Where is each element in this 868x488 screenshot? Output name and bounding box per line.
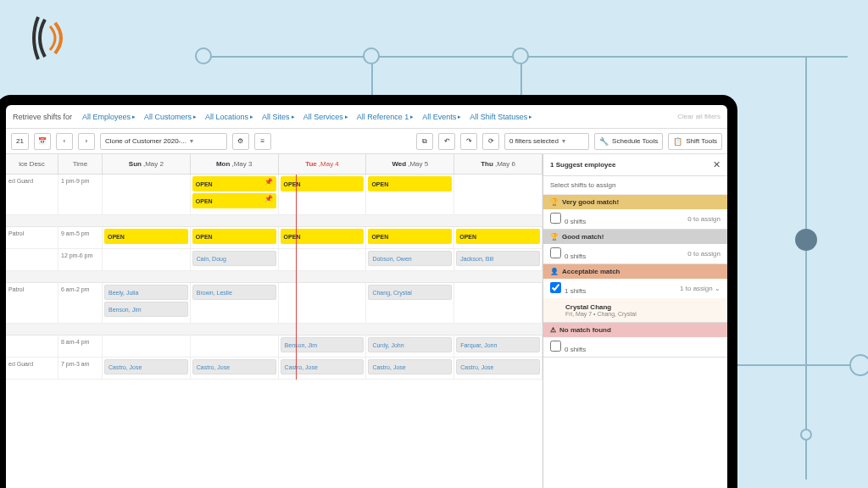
assigned-shift[interactable]: Benson, Jim xyxy=(281,337,364,352)
assigned-shift[interactable]: Castro, Jose xyxy=(192,359,276,374)
filter-reference[interactable]: All Reference 1 xyxy=(353,113,418,121)
assigned-shift[interactable]: Castro, Jose xyxy=(456,359,540,374)
shift-tools-button[interactable]: Shift Tools xyxy=(668,133,722,150)
grid-cell[interactable] xyxy=(279,283,367,323)
grid-cell[interactable]: OPEN xyxy=(454,227,542,248)
assigned-shift[interactable]: Jackson, Bill xyxy=(456,251,540,266)
grid-cell[interactable]: Castro, Jose xyxy=(191,358,279,379)
assigned-shift[interactable]: Farquar, Jonn xyxy=(456,337,540,352)
open-shift[interactable]: OPEN xyxy=(281,229,364,244)
grid-cell[interactable]: Beely, JuliaBenson, Jim xyxy=(103,283,191,323)
assigned-shift[interactable]: Castro, Jose xyxy=(368,359,452,374)
grid-row: Patrol6 am-2 pmBeely, JuliaBenson, JimBr… xyxy=(6,283,542,324)
filter-statuses[interactable]: All Shift Statuses xyxy=(466,113,536,121)
grid-cell[interactable]: Castro, Jose xyxy=(366,358,454,379)
assigned-shift[interactable]: Chang, Crystal xyxy=(368,285,452,300)
next-button[interactable]: › xyxy=(78,133,95,150)
open-shift[interactable]: OPEN xyxy=(104,229,188,244)
close-panel-button[interactable]: ✕ xyxy=(713,159,721,170)
grid-cell[interactable]: Jackson, Bill xyxy=(454,249,542,270)
grid-cell[interactable]: OPEN📌OPEN📌 xyxy=(191,175,279,214)
match-checkbox[interactable] xyxy=(550,282,561,293)
filters-dropdown[interactable]: 0 filters selected xyxy=(504,133,589,150)
match-label: Good match! xyxy=(562,233,604,241)
filter-bar-label: Retrieve shifts for xyxy=(13,113,72,121)
grid-cell[interactable] xyxy=(279,249,367,270)
schedule-tools-button[interactable]: Schedule Tools xyxy=(594,133,663,150)
match-header[interactable]: 🏆Good match! xyxy=(543,230,727,244)
assigned-shift[interactable]: Castro, Jose xyxy=(104,359,188,374)
filter-employees[interactable]: All Employees xyxy=(79,113,139,121)
calendar-picker-button[interactable]: 📅 xyxy=(34,133,51,150)
grid-cell[interactable]: OPEN xyxy=(366,227,454,248)
filter-events[interactable]: All Events xyxy=(419,113,465,121)
clear-filters-link[interactable]: Clear all filters xyxy=(677,113,721,120)
match-detail-name: Crystal Chang xyxy=(565,303,721,311)
assigned-shift[interactable]: Castro, Jose xyxy=(281,359,364,374)
view-selector[interactable]: Clone of Customer 2020-... xyxy=(100,133,227,150)
assigned-shift[interactable]: Brown, Leslie xyxy=(192,285,276,300)
match-header[interactable]: 👤Acceptable match xyxy=(543,264,727,279)
grid-cell[interactable]: Cain, Doug xyxy=(191,249,279,270)
match-checkbox[interactable] xyxy=(550,247,561,258)
assigned-shift[interactable]: Dobson, Owen xyxy=(368,251,452,266)
date-display[interactable]: 21 xyxy=(11,133,29,150)
prev-button[interactable]: ‹ xyxy=(56,133,73,150)
match-row: 0 shifts0 to assign xyxy=(543,244,727,263)
open-shift[interactable]: OPEN xyxy=(368,176,452,191)
open-shift[interactable]: OPEN xyxy=(456,229,540,244)
filter-locations[interactable]: All Locations xyxy=(202,113,257,121)
assigned-shift[interactable]: Cain, Doug xyxy=(192,251,276,266)
grid-cell[interactable]: Chang, Crystal xyxy=(366,283,454,323)
copy-button[interactable]: ⧉ xyxy=(416,133,433,150)
grid-cell[interactable] xyxy=(103,175,191,214)
match-checkbox[interactable] xyxy=(550,341,561,352)
adjust-button[interactable]: ≡ xyxy=(254,133,271,150)
grid-cell[interactable] xyxy=(454,175,542,214)
grid-cell[interactable]: OPEN xyxy=(279,175,367,214)
schedule-grid: ice Desc Time Sun, May 2 Mon, May 3 Tue,… xyxy=(6,154,542,488)
assigned-shift[interactable]: Curdy, John xyxy=(368,337,452,352)
refresh-button[interactable]: ⟳ xyxy=(482,133,499,150)
assigned-shift[interactable]: Beely, Julia xyxy=(104,285,188,300)
filter-services[interactable]: All Services xyxy=(300,113,352,121)
grid-cell[interactable]: OPEN xyxy=(103,227,191,248)
grid-cell[interactable]: OPEN xyxy=(279,227,367,248)
undo-button[interactable]: ↶ xyxy=(438,133,455,150)
settings-button[interactable]: ⚙ xyxy=(232,133,249,150)
header-time: Time xyxy=(58,154,103,174)
chevron-down-icon[interactable]: ⌄ xyxy=(713,285,721,292)
grid-cell[interactable]: OPEN xyxy=(366,175,454,214)
grid-cell[interactable] xyxy=(103,336,191,357)
grid-cell[interactable] xyxy=(454,283,542,323)
row-time: 12 pm-6 pm xyxy=(58,249,103,270)
match-checkbox[interactable] xyxy=(550,213,561,224)
match-detail[interactable]: Crystal ChangFri, May 7 • Chang, Crystal xyxy=(543,298,727,322)
grid-cell[interactable]: Benson, Jim xyxy=(279,336,367,357)
open-shift[interactable]: OPEN xyxy=(368,229,452,244)
match-header[interactable]: ⚠No match found xyxy=(543,323,727,337)
grid-cell[interactable]: Dobson, Owen xyxy=(366,249,454,270)
grid-cell[interactable]: Curdy, John xyxy=(366,336,454,357)
row-desc xyxy=(6,249,58,270)
filter-customers[interactable]: All Customers xyxy=(141,113,200,121)
pin-icon: 📌 xyxy=(264,195,273,202)
open-shift[interactable]: OPEN📌 xyxy=(192,193,276,208)
open-shift[interactable]: OPEN xyxy=(192,229,276,244)
grid-cell[interactable]: Brown, Leslie xyxy=(191,283,279,323)
open-shift[interactable]: OPEN xyxy=(281,176,364,191)
match-header[interactable]: 🏆Very good match! xyxy=(543,195,727,209)
match-shift-count: 0 shifts xyxy=(565,218,586,225)
grid-header: ice Desc Time Sun, May 2 Mon, May 3 Tue,… xyxy=(6,154,542,175)
grid-cell[interactable] xyxy=(103,249,191,270)
grid-cell[interactable]: Castro, Jose xyxy=(279,358,367,379)
grid-cell[interactable]: Castro, Jose xyxy=(454,358,542,379)
grid-cell[interactable] xyxy=(191,336,279,357)
grid-cell[interactable]: Farquar, Jonn xyxy=(454,336,542,357)
grid-cell[interactable]: Castro, Jose xyxy=(103,358,191,379)
redo-button[interactable]: ↷ xyxy=(460,133,477,150)
grid-cell[interactable]: OPEN xyxy=(191,227,279,248)
filter-sites[interactable]: All Sites xyxy=(259,113,298,121)
assigned-shift[interactable]: Benson, Jim xyxy=(104,302,188,317)
open-shift[interactable]: OPEN📌 xyxy=(192,176,276,191)
